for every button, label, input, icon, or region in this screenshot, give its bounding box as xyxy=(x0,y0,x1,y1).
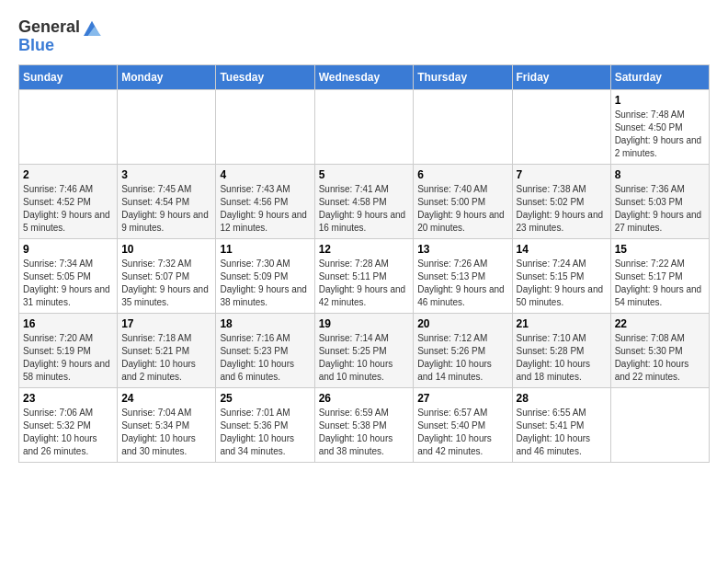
day-cell: 21Sunrise: 7:10 AM Sunset: 5:28 PM Dayli… xyxy=(512,313,610,387)
day-number: 3 xyxy=(121,168,211,181)
day-cell: 3Sunrise: 7:45 AM Sunset: 4:54 PM Daylig… xyxy=(118,164,216,238)
day-info: Sunrise: 7:06 AM Sunset: 5:32 PM Dayligh… xyxy=(23,407,113,458)
day-cell: 23Sunrise: 7:06 AM Sunset: 5:32 PM Dayli… xyxy=(19,387,118,462)
week-row-4: 16Sunrise: 7:20 AM Sunset: 5:19 PM Dayli… xyxy=(19,313,710,387)
day-info: Sunrise: 7:26 AM Sunset: 5:13 PM Dayligh… xyxy=(417,258,507,309)
day-info: Sunrise: 7:04 AM Sunset: 5:34 PM Dayligh… xyxy=(121,407,211,458)
day-number: 12 xyxy=(319,243,410,256)
day-info: Sunrise: 7:01 AM Sunset: 5:36 PM Dayligh… xyxy=(220,407,310,458)
day-cell xyxy=(414,89,512,164)
day-cell: 5Sunrise: 7:41 AM Sunset: 4:58 PM Daylig… xyxy=(314,164,414,238)
week-row-2: 2Sunrise: 7:46 AM Sunset: 4:52 PM Daylig… xyxy=(19,164,710,238)
day-info: Sunrise: 7:41 AM Sunset: 4:58 PM Dayligh… xyxy=(319,183,410,235)
column-header-thursday: Thursday xyxy=(414,64,512,89)
day-cell: 12Sunrise: 7:28 AM Sunset: 5:11 PM Dayli… xyxy=(314,238,414,313)
day-info: Sunrise: 7:30 AM Sunset: 5:09 PM Dayligh… xyxy=(220,258,310,309)
day-cell: 9Sunrise: 7:34 AM Sunset: 5:05 PM Daylig… xyxy=(19,238,118,313)
day-info: Sunrise: 7:28 AM Sunset: 5:11 PM Dayligh… xyxy=(319,258,410,309)
day-number: 11 xyxy=(220,243,310,256)
day-number: 19 xyxy=(319,317,410,330)
day-cell: 10Sunrise: 7:32 AM Sunset: 5:07 PM Dayli… xyxy=(118,238,216,313)
day-number: 22 xyxy=(615,317,705,330)
week-row-1: 1Sunrise: 7:48 AM Sunset: 4:50 PM Daylig… xyxy=(19,89,710,164)
column-header-friday: Friday xyxy=(512,64,610,89)
day-cell xyxy=(610,387,709,462)
week-row-3: 9Sunrise: 7:34 AM Sunset: 5:05 PM Daylig… xyxy=(19,238,710,313)
day-number: 17 xyxy=(121,317,211,330)
day-number: 6 xyxy=(417,168,507,181)
day-cell: 15Sunrise: 7:22 AM Sunset: 5:17 PM Dayli… xyxy=(610,238,709,313)
day-number: 24 xyxy=(121,392,211,405)
day-cell: 6Sunrise: 7:40 AM Sunset: 5:00 PM Daylig… xyxy=(414,164,512,238)
day-info: Sunrise: 7:36 AM Sunset: 5:03 PM Dayligh… xyxy=(615,183,705,235)
day-cell: 4Sunrise: 7:43 AM Sunset: 4:56 PM Daylig… xyxy=(216,164,314,238)
day-cell: 24Sunrise: 7:04 AM Sunset: 5:34 PM Dayli… xyxy=(118,387,216,462)
column-header-wednesday: Wednesday xyxy=(314,64,414,89)
logo: GeneralBlue xyxy=(18,18,102,55)
day-cell: 14Sunrise: 7:24 AM Sunset: 5:15 PM Dayli… xyxy=(512,238,610,313)
day-info: Sunrise: 6:59 AM Sunset: 5:38 PM Dayligh… xyxy=(319,407,410,458)
day-cell: 25Sunrise: 7:01 AM Sunset: 5:36 PM Dayli… xyxy=(216,387,314,462)
day-info: Sunrise: 7:45 AM Sunset: 4:54 PM Dayligh… xyxy=(121,183,211,235)
day-number: 27 xyxy=(417,392,507,405)
day-cell: 7Sunrise: 7:38 AM Sunset: 5:02 PM Daylig… xyxy=(512,164,610,238)
day-cell: 18Sunrise: 7:16 AM Sunset: 5:23 PM Dayli… xyxy=(216,313,314,387)
day-info: Sunrise: 7:20 AM Sunset: 5:19 PM Dayligh… xyxy=(23,332,113,384)
day-info: Sunrise: 7:22 AM Sunset: 5:17 PM Dayligh… xyxy=(615,258,705,309)
calendar-table: SundayMondayTuesdayWednesdayThursdayFrid… xyxy=(18,64,710,463)
day-info: Sunrise: 7:24 AM Sunset: 5:15 PM Dayligh… xyxy=(517,258,607,309)
week-row-5: 23Sunrise: 7:06 AM Sunset: 5:32 PM Dayli… xyxy=(19,387,710,462)
day-number: 10 xyxy=(121,243,211,256)
day-info: Sunrise: 7:48 AM Sunset: 4:50 PM Dayligh… xyxy=(615,109,705,160)
day-number: 5 xyxy=(319,168,410,181)
day-info: Sunrise: 7:16 AM Sunset: 5:23 PM Dayligh… xyxy=(220,332,310,384)
day-info: Sunrise: 7:08 AM Sunset: 5:30 PM Dayligh… xyxy=(615,332,705,384)
day-number: 1 xyxy=(615,94,705,107)
column-header-monday: Monday xyxy=(118,64,216,89)
day-cell xyxy=(19,89,118,164)
day-info: Sunrise: 6:55 AM Sunset: 5:41 PM Dayligh… xyxy=(517,407,607,458)
day-number: 4 xyxy=(220,168,310,181)
day-info: Sunrise: 7:18 AM Sunset: 5:21 PM Dayligh… xyxy=(121,332,211,384)
day-info: Sunrise: 7:43 AM Sunset: 4:56 PM Dayligh… xyxy=(220,183,310,235)
day-number: 23 xyxy=(23,392,113,405)
day-info: Sunrise: 7:10 AM Sunset: 5:28 PM Dayligh… xyxy=(517,332,607,384)
day-number: 9 xyxy=(23,243,113,256)
day-number: 15 xyxy=(615,243,705,256)
column-header-saturday: Saturday xyxy=(610,64,709,89)
day-number: 2 xyxy=(23,168,113,181)
day-info: Sunrise: 7:46 AM Sunset: 4:52 PM Dayligh… xyxy=(23,183,113,235)
day-info: Sunrise: 7:40 AM Sunset: 5:00 PM Dayligh… xyxy=(417,183,507,235)
day-info: Sunrise: 7:32 AM Sunset: 5:07 PM Dayligh… xyxy=(121,258,211,309)
day-number: 28 xyxy=(517,392,607,405)
day-number: 25 xyxy=(220,392,310,405)
day-number: 8 xyxy=(615,168,705,181)
day-cell: 16Sunrise: 7:20 AM Sunset: 5:19 PM Dayli… xyxy=(19,313,118,387)
day-cell: 28Sunrise: 6:55 AM Sunset: 5:41 PM Dayli… xyxy=(512,387,610,462)
day-number: 16 xyxy=(23,317,113,330)
day-number: 21 xyxy=(517,317,607,330)
day-info: Sunrise: 7:14 AM Sunset: 5:25 PM Dayligh… xyxy=(319,332,410,384)
day-info: Sunrise: 7:34 AM Sunset: 5:05 PM Dayligh… xyxy=(23,258,113,309)
day-cell xyxy=(314,89,414,164)
day-cell: 17Sunrise: 7:18 AM Sunset: 5:21 PM Dayli… xyxy=(118,313,216,387)
day-cell: 19Sunrise: 7:14 AM Sunset: 5:25 PM Dayli… xyxy=(314,313,414,387)
column-header-sunday: Sunday xyxy=(19,64,118,89)
day-cell xyxy=(216,89,314,164)
day-info: Sunrise: 6:57 AM Sunset: 5:40 PM Dayligh… xyxy=(417,407,507,458)
day-cell: 1Sunrise: 7:48 AM Sunset: 4:50 PM Daylig… xyxy=(610,89,709,164)
day-cell: 26Sunrise: 6:59 AM Sunset: 5:38 PM Dayli… xyxy=(314,387,414,462)
day-info: Sunrise: 7:12 AM Sunset: 5:26 PM Dayligh… xyxy=(417,332,507,384)
day-number: 7 xyxy=(517,168,607,181)
day-number: 20 xyxy=(417,317,507,330)
day-cell: 11Sunrise: 7:30 AM Sunset: 5:09 PM Dayli… xyxy=(216,238,314,313)
header-row: SundayMondayTuesdayWednesdayThursdayFrid… xyxy=(19,64,710,89)
day-cell: 20Sunrise: 7:12 AM Sunset: 5:26 PM Dayli… xyxy=(414,313,512,387)
day-number: 13 xyxy=(417,243,507,256)
day-cell xyxy=(512,89,610,164)
day-number: 18 xyxy=(220,317,310,330)
day-number: 26 xyxy=(319,392,410,405)
column-header-tuesday: Tuesday xyxy=(216,64,314,89)
day-cell: 27Sunrise: 6:57 AM Sunset: 5:40 PM Dayli… xyxy=(414,387,512,462)
day-cell: 13Sunrise: 7:26 AM Sunset: 5:13 PM Dayli… xyxy=(414,238,512,313)
